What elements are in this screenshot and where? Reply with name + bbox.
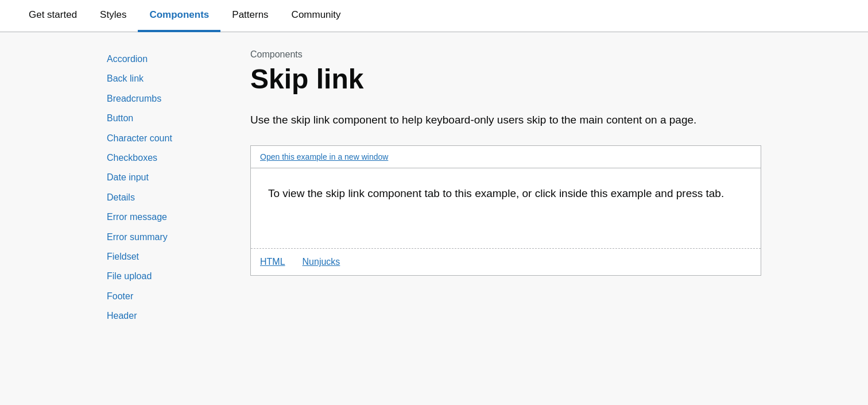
sidebar-item-footer[interactable]: Footer bbox=[107, 287, 222, 306]
example-header: Open this example in a new window bbox=[251, 146, 761, 168]
example-body: To view the skip link component tab to t… bbox=[251, 168, 761, 249]
sidebar: Accordion Back link Breadcrumbs Button C… bbox=[107, 49, 233, 326]
sidebar-item-accordion[interactable]: Accordion bbox=[107, 49, 222, 69]
open-example-link[interactable]: Open this example in a new window bbox=[260, 152, 388, 161]
sidebar-item-error-message[interactable]: Error message bbox=[107, 207, 222, 227]
example-body-text: To view the skip link component tab to t… bbox=[268, 186, 743, 202]
example-footer: HTML Nunjucks bbox=[251, 249, 761, 275]
sidebar-item-date-input[interactable]: Date input bbox=[107, 168, 222, 187]
sidebar-item-details[interactable]: Details bbox=[107, 188, 222, 207]
sidebar-item-back-link[interactable]: Back link bbox=[107, 69, 222, 88]
sidebar-item-breadcrumbs[interactable]: Breadcrumbs bbox=[107, 89, 222, 109]
tab-html[interactable]: HTML bbox=[260, 257, 285, 267]
sidebar-item-error-summary[interactable]: Error summary bbox=[107, 227, 222, 247]
sidebar-item-character-count[interactable]: Character count bbox=[107, 129, 222, 148]
sidebar-item-fieldset[interactable]: Fieldset bbox=[107, 247, 222, 267]
top-nav: Get started Styles Components Patterns C… bbox=[0, 0, 868, 32]
main-content: Components Skip link Use the skip link c… bbox=[233, 49, 761, 326]
page-layout: Accordion Back link Breadcrumbs Button C… bbox=[90, 32, 778, 343]
sidebar-item-button[interactable]: Button bbox=[107, 109, 222, 128]
sidebar-item-file-upload[interactable]: File upload bbox=[107, 267, 222, 286]
nav-get-started[interactable]: Get started bbox=[17, 0, 88, 32]
example-box: Open this example in a new window To vie… bbox=[250, 145, 761, 276]
nav-community[interactable]: Community bbox=[280, 0, 352, 32]
sidebar-item-checkboxes[interactable]: Checkboxes bbox=[107, 148, 222, 168]
nav-patterns[interactable]: Patterns bbox=[220, 0, 280, 32]
page-title: Skip link bbox=[250, 64, 761, 95]
page-description: Use the skip link component to help keyb… bbox=[250, 112, 750, 129]
nav-styles[interactable]: Styles bbox=[88, 0, 138, 32]
tab-nunjucks[interactable]: Nunjucks bbox=[303, 257, 340, 267]
breadcrumb: Components bbox=[250, 49, 761, 60]
nav-components[interactable]: Components bbox=[138, 0, 220, 32]
sidebar-item-header[interactable]: Header bbox=[107, 306, 222, 326]
